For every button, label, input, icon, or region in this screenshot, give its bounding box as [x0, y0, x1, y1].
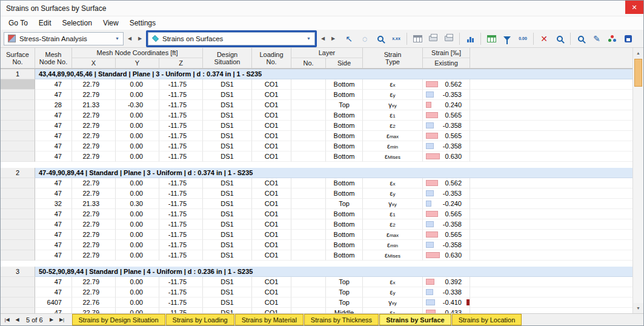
strain-value-cell[interactable]: 0.565: [423, 209, 470, 219]
row-header-cell[interactable]: [1, 199, 35, 209]
mesh-node-cell[interactable]: 47: [35, 178, 72, 188]
loading-cell[interactable]: CO1: [252, 90, 291, 100]
row-header-cell[interactable]: [1, 230, 35, 240]
design-situation-cell[interactable]: DS1: [203, 141, 252, 151]
design-situation-cell[interactable]: DS1: [203, 209, 252, 219]
row-header-cell[interactable]: [1, 141, 35, 151]
layer-side-cell[interactable]: Top: [326, 298, 363, 308]
strain-value-cell[interactable]: 0.565: [423, 230, 470, 240]
strain-value-cell[interactable]: 0.565: [423, 131, 470, 141]
layer-side-cell[interactable]: Top: [326, 277, 363, 287]
strain-type-cell[interactable]: εx: [363, 79, 423, 90]
col-coord-y[interactable]: Y: [116, 58, 159, 68]
coord-y-cell[interactable]: 0.00: [116, 209, 159, 219]
layer-side-cell[interactable]: Bottom: [326, 131, 363, 141]
layer-no-cell[interactable]: [291, 90, 326, 100]
design-situation-cell[interactable]: DS1: [203, 308, 252, 313]
layer-side-cell[interactable]: Middle: [326, 308, 363, 313]
coord-x-cell[interactable]: 22.76: [72, 298, 116, 308]
layer-side-cell[interactable]: Bottom: [326, 188, 363, 199]
design-situation-cell[interactable]: DS1: [203, 151, 252, 162]
coord-y-cell[interactable]: 0.00: [116, 230, 159, 240]
loading-cell[interactable]: CO1: [252, 100, 291, 110]
tab-strains-by-surface[interactable]: Strains by Surface: [379, 314, 451, 325]
scrollbar-track[interactable]: [633, 87, 643, 303]
col-group-coordinates[interactable]: Mesh Node Coordinates [ft]: [72, 48, 203, 58]
prev-table-button[interactable]: ◀: [12, 314, 22, 325]
strain-value-cell[interactable]: -0.353: [423, 188, 470, 199]
strain-type-cell[interactable]: εmax: [363, 230, 423, 240]
strain-type-cell[interactable]: ε2: [363, 121, 423, 131]
strain-value-cell[interactable]: 0.562: [423, 178, 470, 188]
coord-z-cell[interactable]: -11.75: [159, 90, 203, 100]
layer-side-cell[interactable]: Bottom: [326, 141, 363, 151]
loading-cell[interactable]: CO1: [252, 250, 291, 261]
tab-strains-by-material[interactable]: Strains by Material: [235, 314, 304, 325]
row-header-cell[interactable]: [1, 188, 35, 199]
strain-value-cell[interactable]: 0.392: [423, 277, 470, 287]
coord-z-cell[interactable]: -11.75: [159, 141, 203, 151]
row-header-cell[interactable]: [1, 131, 35, 141]
layer-side-cell[interactable]: Bottom: [326, 219, 363, 230]
surface-group-header[interactable]: 50-52,90,89,44 | Standard | Plane | 4 - …: [35, 267, 632, 277]
result-diagram-icon[interactable]: [463, 32, 477, 46]
strain-type-cell[interactable]: εMises: [363, 250, 423, 261]
coord-z-cell[interactable]: -11.75: [159, 121, 203, 131]
layer-side-cell[interactable]: Top: [326, 199, 363, 209]
layer-side-cell[interactable]: Bottom: [326, 230, 363, 240]
coord-x-cell[interactable]: 22.79: [72, 209, 116, 219]
row-header-cell[interactable]: [1, 209, 35, 219]
mesh-node-cell[interactable]: 47: [35, 209, 72, 219]
mesh-node-cell[interactable]: 47: [35, 110, 72, 121]
coord-y-cell[interactable]: 0.30: [116, 199, 159, 209]
coord-z-cell[interactable]: -11.75: [159, 209, 203, 219]
loading-cell[interactable]: CO1: [252, 79, 291, 90]
mesh-node-cell[interactable]: 47: [35, 240, 72, 250]
layer-no-cell[interactable]: [291, 209, 326, 219]
strain-value-cell[interactable]: -0.358: [423, 219, 470, 230]
strain-value-cell[interactable]: -0.240: [423, 199, 470, 209]
row-header-cell[interactable]: [1, 110, 35, 121]
coord-y-cell[interactable]: 0.00: [116, 308, 159, 313]
mesh-node-cell[interactable]: 47: [35, 188, 72, 199]
coord-x-cell[interactable]: 22.79: [72, 110, 116, 121]
tab-strains-by-thickness[interactable]: Strains by Thickness: [304, 314, 379, 325]
design-situation-cell[interactable]: DS1: [203, 121, 252, 131]
close-button[interactable]: ✕: [625, 1, 643, 14]
strain-value-cell[interactable]: -0.338: [423, 287, 470, 298]
row-header-cell[interactable]: [1, 277, 35, 287]
decimal-places-icon[interactable]: 0.00: [516, 32, 530, 46]
delete-results-icon[interactable]: ✕: [537, 32, 551, 46]
layer-no-cell[interactable]: [291, 277, 326, 287]
coord-y-cell[interactable]: 0.00: [116, 110, 159, 121]
loading-cell[interactable]: CO1: [252, 151, 291, 162]
surface-no-cell[interactable]: 2: [1, 168, 35, 178]
prev-analysis-button[interactable]: ◀: [125, 33, 134, 45]
scroll-up-button[interactable]: ▲: [633, 48, 643, 58]
strain-value-cell[interactable]: 0.433: [423, 308, 470, 313]
layer-side-cell[interactable]: Top: [326, 287, 363, 298]
col-layer-side[interactable]: Side: [326, 58, 363, 68]
strain-type-cell[interactable]: εy: [363, 188, 423, 199]
strain-value-cell[interactable]: 0.240: [423, 100, 470, 110]
mesh-node-cell[interactable]: 47: [35, 277, 72, 287]
mesh-node-cell[interactable]: 47: [35, 121, 72, 131]
strain-value-cell[interactable]: 0.630: [423, 250, 470, 261]
layer-no-cell[interactable]: [291, 199, 326, 209]
strain-value-cell[interactable]: -0.358: [423, 240, 470, 250]
design-situation-cell[interactable]: DS1: [203, 250, 252, 261]
export-save-icon[interactable]: [621, 32, 636, 46]
mesh-node-cell[interactable]: 47: [35, 287, 72, 298]
coord-x-cell[interactable]: 22.79: [72, 178, 116, 188]
surface-group-header[interactable]: 43,44,89,90,45,46 | Standard | Plane | 3…: [35, 69, 632, 79]
strain-value-cell[interactable]: -0.358: [423, 141, 470, 151]
layer-no-cell[interactable]: [291, 131, 326, 141]
strain-value-cell[interactable]: -0.358: [423, 121, 470, 131]
design-situation-cell[interactable]: DS1: [203, 240, 252, 250]
layer-side-cell[interactable]: Bottom: [326, 209, 363, 219]
strain-type-cell[interactable]: γxy: [363, 100, 423, 110]
coord-y-cell[interactable]: 0.00: [116, 277, 159, 287]
layer-no-cell[interactable]: [291, 298, 326, 308]
menu-go-to[interactable]: Go To: [3, 18, 33, 28]
design-situation-cell[interactable]: DS1: [203, 131, 252, 141]
